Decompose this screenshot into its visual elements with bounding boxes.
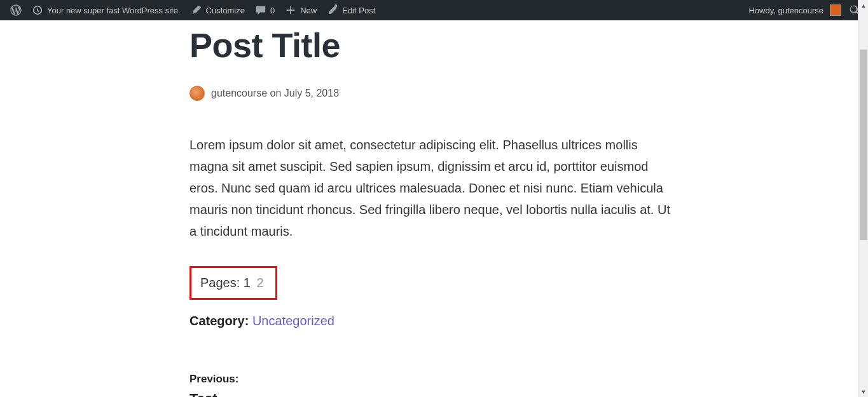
scroll-up-arrow-icon[interactable]: ▲ [858, 0, 868, 11]
edit-post-label: Edit Post [342, 6, 375, 15]
howdy-label: Howdy, gutencourse [748, 6, 823, 15]
scroll-down-arrow-icon[interactable]: ▼ [858, 386, 868, 397]
post-date[interactable]: July 5, 2018 [284, 88, 339, 98]
pencil-icon [327, 4, 338, 16]
browser-scrollbar[interactable]: ▲ ▼ [858, 0, 868, 397]
pages-label: Pages: [200, 276, 240, 290]
new-content-menu[interactable]: New [280, 0, 322, 20]
comments-menu[interactable]: 0 [250, 0, 280, 20]
new-label: New [300, 6, 317, 15]
page-link-2[interactable]: 2 [257, 276, 264, 290]
post-navigation: Previous: Test [189, 373, 673, 397]
pagination-highlight-box: Pages: 1 2 [189, 266, 277, 300]
customize-label: Customize [206, 6, 245, 15]
scroll-thumb[interactable] [860, 50, 867, 240]
my-account-menu[interactable]: Howdy, gutencourse [743, 0, 846, 20]
comments-count: 0 [270, 6, 275, 15]
author-avatar-icon [189, 86, 205, 101]
byline-text: gutencourse on July 5, 2018 [211, 88, 339, 99]
category-link[interactable]: Uncategorized [252, 314, 334, 328]
plus-icon [285, 4, 296, 16]
author-name[interactable]: gutencourse [211, 88, 267, 98]
wp-admin-bar: Your new super fast WordPress site. Cust… [0, 0, 868, 20]
brush-icon [191, 4, 202, 16]
edit-post-menu[interactable]: Edit Post [322, 0, 380, 20]
previous-label: Previous: [189, 373, 673, 386]
wordpress-logo-menu[interactable] [5, 0, 27, 20]
wordpress-logo-icon [10, 4, 22, 16]
post-content: Post Title gutencourse on July 5, 2018 L… [189, 20, 673, 397]
post-title: Post Title [189, 27, 673, 64]
site-name-menu[interactable]: Your new super fast WordPress site. [27, 0, 186, 20]
dashboard-icon [32, 4, 43, 16]
post-byline: gutencourse on July 5, 2018 [189, 86, 673, 101]
previous-post-link[interactable]: Test [189, 391, 673, 397]
byline-on: on [270, 88, 282, 98]
admin-bar-left: Your new super fast WordPress site. Cust… [5, 0, 380, 20]
page-current: 1 [244, 276, 251, 290]
site-name-label: Your new super fast WordPress site. [47, 6, 181, 15]
customize-menu[interactable]: Customize [186, 0, 250, 20]
page-content-area: Post Title gutencourse on July 5, 2018 L… [0, 20, 858, 397]
user-avatar-icon [830, 4, 841, 16]
pagination: Pages: 1 2 [200, 276, 264, 290]
comment-icon [255, 4, 266, 16]
category-row: Category: Uncategorized [189, 314, 673, 328]
post-body-text: Lorem ipsum dolor sit amet, consectetur … [189, 134, 673, 242]
category-label: Category: [189, 314, 249, 328]
admin-bar-right: Howdy, gutencourse [743, 0, 863, 20]
